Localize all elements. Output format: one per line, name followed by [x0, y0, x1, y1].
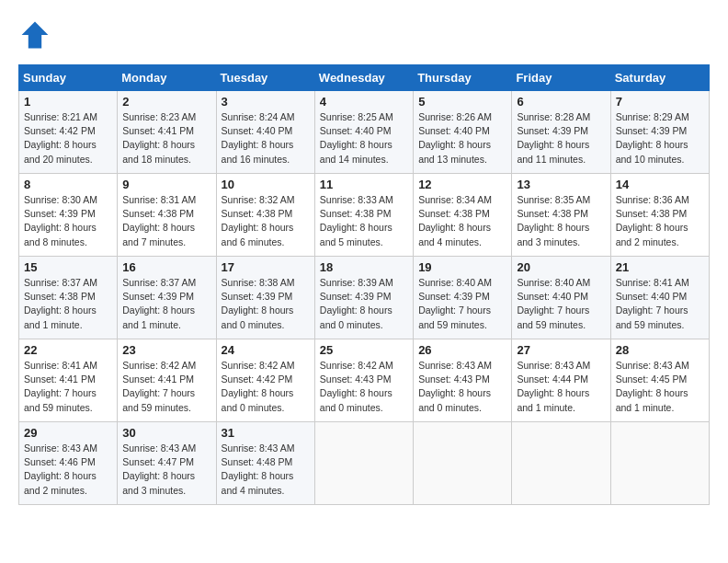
day-info: Sunrise: 8:36 AMSunset: 4:38 PMDaylight:…: [616, 193, 704, 249]
day-cell: 2Sunrise: 8:23 AMSunset: 4:41 PMDaylight…: [118, 91, 216, 174]
day-header-wednesday: Wednesday: [314, 65, 413, 91]
day-info: Sunrise: 8:28 AMSunset: 4:39 PMDaylight:…: [517, 110, 605, 167]
day-number: 20: [517, 260, 605, 274]
day-number: 14: [616, 178, 704, 191]
day-info: Sunrise: 8:26 AMSunset: 4:40 PMDaylight:…: [418, 110, 506, 167]
day-cell: 23Sunrise: 8:42 AMSunset: 4:41 PMDayligh…: [118, 339, 216, 422]
logo-icon: [18, 18, 51, 52]
day-number: 29: [24, 426, 112, 440]
day-number: 2: [122, 95, 210, 109]
week-row-1: 1Sunrise: 8:21 AMSunset: 4:42 PMDaylight…: [19, 91, 710, 174]
day-cell: 21Sunrise: 8:41 AMSunset: 4:40 PMDayligh…: [610, 257, 709, 339]
day-info: Sunrise: 8:40 AMSunset: 4:40 PMDaylight:…: [517, 276, 605, 332]
day-header-tuesday: Tuesday: [216, 65, 314, 91]
day-number: 13: [517, 178, 605, 191]
calendar-header-row: SundayMondayTuesdayWednesdayThursdayFrid…: [19, 65, 710, 91]
day-info: Sunrise: 8:23 AMSunset: 4:41 PMDaylight:…: [122, 110, 210, 167]
day-cell: 16Sunrise: 8:37 AMSunset: 4:39 PMDayligh…: [118, 257, 216, 339]
day-number: 23: [122, 343, 210, 357]
day-info: Sunrise: 8:42 AMSunset: 4:43 PMDaylight:…: [320, 359, 408, 415]
week-row-5: 29Sunrise: 8:43 AMSunset: 4:46 PMDayligh…: [19, 422, 710, 505]
day-info: Sunrise: 8:43 AMSunset: 4:47 PMDaylight:…: [122, 442, 210, 498]
day-cell: [314, 422, 413, 505]
day-cell: 11Sunrise: 8:33 AMSunset: 4:38 PMDayligh…: [314, 174, 413, 257]
day-info: Sunrise: 8:43 AMSunset: 4:44 PMDaylight:…: [517, 359, 605, 415]
day-number: 10: [222, 178, 310, 191]
week-row-3: 15Sunrise: 8:37 AMSunset: 4:38 PMDayligh…: [19, 257, 710, 339]
day-info: Sunrise: 8:21 AMSunset: 4:42 PMDaylight:…: [24, 110, 112, 167]
day-info: Sunrise: 8:37 AMSunset: 4:38 PMDaylight:…: [24, 276, 112, 332]
day-number: 19: [418, 260, 506, 274]
day-number: 16: [122, 260, 210, 274]
day-number: 25: [320, 343, 408, 357]
day-number: 17: [222, 260, 310, 274]
day-cell: 9Sunrise: 8:31 AMSunset: 4:38 PMDaylight…: [118, 174, 216, 257]
day-cell: 28Sunrise: 8:43 AMSunset: 4:45 PMDayligh…: [610, 339, 709, 422]
day-cell: 6Sunrise: 8:28 AMSunset: 4:39 PMDaylight…: [512, 91, 610, 174]
day-number: 4: [320, 95, 408, 109]
day-header-monday: Monday: [118, 65, 216, 91]
day-cell: 20Sunrise: 8:40 AMSunset: 4:40 PMDayligh…: [512, 257, 610, 339]
day-header-sunday: Sunday: [19, 65, 118, 91]
day-info: Sunrise: 8:43 AMSunset: 4:48 PMDaylight:…: [222, 442, 310, 498]
day-info: Sunrise: 8:31 AMSunset: 4:38 PMDaylight:…: [122, 193, 210, 249]
day-number: 12: [418, 178, 506, 191]
day-cell: 31Sunrise: 8:43 AMSunset: 4:48 PMDayligh…: [216, 422, 314, 505]
day-cell: 25Sunrise: 8:42 AMSunset: 4:43 PMDayligh…: [314, 339, 413, 422]
calendar: SundayMondayTuesdayWednesdayThursdayFrid…: [18, 64, 710, 505]
day-cell: 24Sunrise: 8:42 AMSunset: 4:42 PMDayligh…: [216, 339, 314, 422]
day-cell: 18Sunrise: 8:39 AMSunset: 4:39 PMDayligh…: [314, 257, 413, 339]
day-cell: 3Sunrise: 8:24 AMSunset: 4:40 PMDaylight…: [216, 91, 314, 174]
day-info: Sunrise: 8:41 AMSunset: 4:41 PMDaylight:…: [24, 359, 112, 415]
day-info: Sunrise: 8:29 AMSunset: 4:39 PMDaylight:…: [616, 110, 704, 167]
day-info: Sunrise: 8:40 AMSunset: 4:39 PMDaylight:…: [418, 276, 506, 332]
day-header-thursday: Thursday: [414, 65, 512, 91]
day-number: 22: [24, 343, 112, 357]
day-info: Sunrise: 8:41 AMSunset: 4:40 PMDaylight:…: [616, 276, 704, 332]
day-number: 5: [418, 95, 506, 109]
day-header-friday: Friday: [512, 65, 610, 91]
day-info: Sunrise: 8:42 AMSunset: 4:42 PMDaylight:…: [222, 359, 310, 415]
day-cell: 26Sunrise: 8:43 AMSunset: 4:43 PMDayligh…: [414, 339, 512, 422]
day-number: 11: [320, 178, 408, 191]
day-info: Sunrise: 8:25 AMSunset: 4:40 PMDaylight:…: [320, 110, 408, 167]
day-number: 18: [320, 260, 408, 274]
day-cell: 14Sunrise: 8:36 AMSunset: 4:38 PMDayligh…: [610, 174, 709, 257]
day-number: 30: [122, 426, 210, 440]
day-number: 26: [418, 343, 506, 357]
day-info: Sunrise: 8:24 AMSunset: 4:40 PMDaylight:…: [222, 110, 310, 167]
day-info: Sunrise: 8:39 AMSunset: 4:39 PMDaylight:…: [320, 276, 408, 332]
day-cell: 17Sunrise: 8:38 AMSunset: 4:39 PMDayligh…: [216, 257, 314, 339]
day-cell: 13Sunrise: 8:35 AMSunset: 4:38 PMDayligh…: [512, 174, 610, 257]
day-cell: 19Sunrise: 8:40 AMSunset: 4:39 PMDayligh…: [414, 257, 512, 339]
day-number: 24: [222, 343, 310, 357]
day-number: 21: [616, 260, 704, 274]
day-info: Sunrise: 8:43 AMSunset: 4:46 PMDaylight:…: [24, 442, 112, 498]
day-number: 15: [24, 260, 112, 274]
day-info: Sunrise: 8:43 AMSunset: 4:45 PMDaylight:…: [616, 359, 704, 415]
day-cell: 8Sunrise: 8:30 AMSunset: 4:39 PMDaylight…: [19, 174, 118, 257]
day-cell: 29Sunrise: 8:43 AMSunset: 4:46 PMDayligh…: [19, 422, 118, 505]
day-number: 31: [222, 426, 310, 440]
week-row-2: 8Sunrise: 8:30 AMSunset: 4:39 PMDaylight…: [19, 174, 710, 257]
day-cell: [610, 422, 709, 505]
day-cell: 12Sunrise: 8:34 AMSunset: 4:38 PMDayligh…: [414, 174, 512, 257]
calendar-body: 1Sunrise: 8:21 AMSunset: 4:42 PMDaylight…: [19, 91, 710, 505]
day-cell: 7Sunrise: 8:29 AMSunset: 4:39 PMDaylight…: [610, 91, 709, 174]
day-number: 7: [616, 95, 704, 109]
day-cell: 5Sunrise: 8:26 AMSunset: 4:40 PMDaylight…: [414, 91, 512, 174]
day-cell: 27Sunrise: 8:43 AMSunset: 4:44 PMDayligh…: [512, 339, 610, 422]
day-info: Sunrise: 8:33 AMSunset: 4:38 PMDaylight:…: [320, 193, 408, 249]
day-number: 27: [517, 343, 605, 357]
day-info: Sunrise: 8:34 AMSunset: 4:38 PMDaylight:…: [418, 193, 506, 249]
day-info: Sunrise: 8:35 AMSunset: 4:38 PMDaylight:…: [517, 193, 605, 249]
logo: [18, 18, 57, 52]
day-info: Sunrise: 8:43 AMSunset: 4:43 PMDaylight:…: [418, 359, 506, 415]
day-info: Sunrise: 8:30 AMSunset: 4:39 PMDaylight:…: [24, 193, 112, 249]
day-cell: 22Sunrise: 8:41 AMSunset: 4:41 PMDayligh…: [19, 339, 118, 422]
day-cell: 4Sunrise: 8:25 AMSunset: 4:40 PMDaylight…: [314, 91, 413, 174]
day-cell: [414, 422, 512, 505]
day-number: 9: [122, 178, 210, 191]
svg-marker-0: [22, 22, 49, 49]
day-cell: 10Sunrise: 8:32 AMSunset: 4:38 PMDayligh…: [216, 174, 314, 257]
